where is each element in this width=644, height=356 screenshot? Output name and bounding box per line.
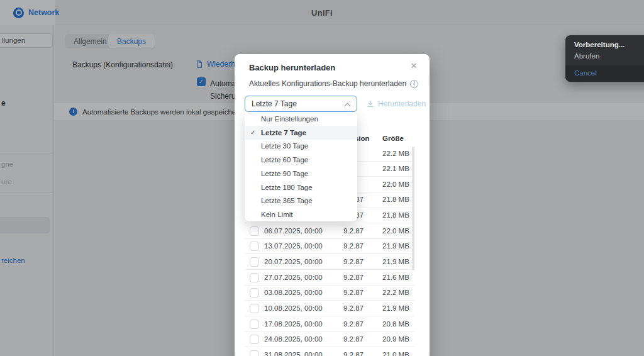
row-checkbox[interactable] (250, 320, 259, 329)
dropdown-option[interactable]: Letzte 180 Tage (245, 181, 357, 194)
row-checkbox[interactable] (250, 273, 259, 282)
chevron-up-icon (345, 103, 350, 108)
cancel-button[interactable]: Cancel (574, 69, 597, 77)
range-select-value: Letzte 7 Tage (252, 99, 297, 108)
dropdown-option[interactable]: Letzte 90 Tage (245, 167, 357, 181)
close-icon[interactable] (408, 60, 419, 72)
row-checkbox[interactable] (250, 257, 259, 267)
row-checkbox[interactable] (250, 288, 259, 298)
modal-subtitle-row: Aktuelles Konfigurations-Backup herunter… (249, 79, 418, 88)
table-row: 10.08.2025, 00:009.2.8721.9 MB (245, 301, 414, 316)
dropdown-option[interactable]: Letzte 365 Tage (245, 194, 357, 208)
download-button[interactable]: Herunterladen (367, 99, 426, 108)
notification-toast: Vorbereitung... Abrufen Cancel (565, 35, 644, 82)
row-checkbox[interactable] (250, 335, 259, 344)
toast-footer: Cancel (565, 65, 644, 82)
dropdown-option-selected[interactable]: Letzte 7 Tage (245, 126, 357, 140)
range-select[interactable]: Letzte 7 Tage (245, 96, 357, 112)
table-row: 31.08.2025, 00:009.2.8721.0 MB (245, 347, 414, 356)
table-scrollbar[interactable] (412, 147, 414, 270)
table-row: 27.07.2025, 00:009.2.8721.6 MB (245, 270, 414, 286)
modal-title: Backup herunterladen (249, 63, 335, 72)
dropdown-option[interactable]: Letzte 60 Tage (245, 153, 357, 167)
table-row: 17.08.2025, 00:009.2.8720.8 MB (245, 316, 414, 332)
row-checkbox[interactable] (250, 350, 259, 356)
column-size: Größe (382, 135, 404, 142)
table-row: 03.08.2025, 00:009.2.8722.2 MB (245, 286, 414, 301)
toast-title: Vorbereitung... (574, 41, 625, 48)
modal-subtitle: Aktuelles Konfigurations-Backup herunter… (249, 79, 406, 88)
dropdown-option[interactable]: Nur Einstellungen (245, 112, 357, 126)
row-checkbox[interactable] (250, 304, 259, 313)
row-checkbox[interactable] (250, 242, 259, 251)
table-row: 13.07.2025, 00:009.2.8721.9 MB (245, 239, 414, 255)
download-icon (367, 100, 374, 108)
dropdown-option[interactable]: Letzte 30 Tage (245, 140, 357, 153)
info-icon[interactable] (410, 80, 418, 88)
table-row: 06.07.2025, 00:009.2.8722.0 MB (245, 223, 414, 239)
backup-download-modal: Backup herunterladen Aktuelles Konfigura… (235, 54, 430, 356)
table-row: 24.08.2025, 00:009.2.8720.9 MB (245, 332, 414, 348)
app-canvas: Network UniFi llungen e gne ure reichen … (0, 0, 644, 356)
check-icon (250, 129, 255, 136)
toast-subtitle: Abrufen (574, 52, 599, 60)
download-button-label: Herunterladen (378, 99, 426, 108)
range-dropdown-menu: Nur Einstellungen Letzte 7 Tage Letzte 3… (245, 112, 357, 221)
row-checkbox[interactable] (250, 226, 259, 236)
table-row: 20.07.2025, 00:009.2.8721.9 MB (245, 254, 414, 270)
dropdown-option[interactable]: Kein Limit (245, 208, 357, 221)
